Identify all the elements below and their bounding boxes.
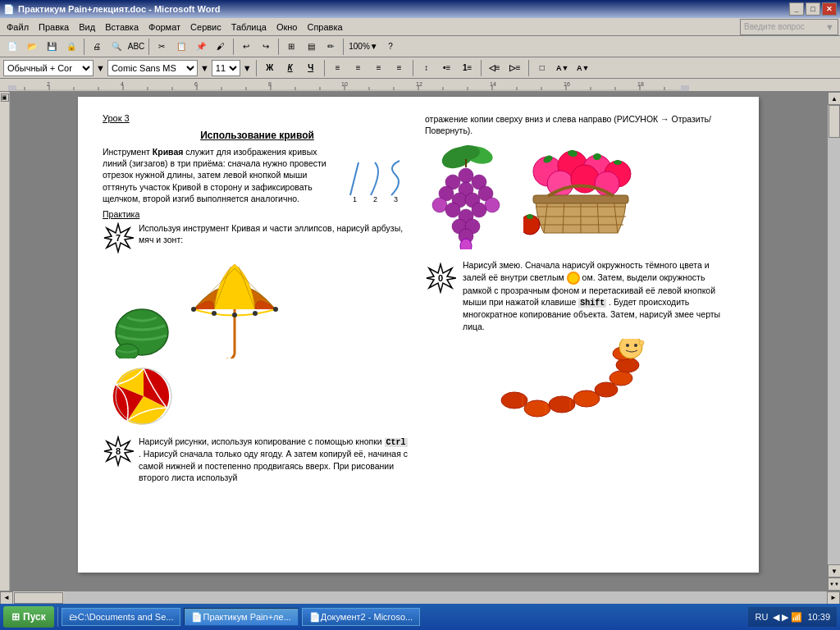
style-dropdown-icon[interactable]: ▼ bbox=[96, 63, 105, 73]
fmt-sep5 bbox=[528, 60, 529, 76]
hscroll-right-button[interactable]: ► bbox=[827, 591, 840, 605]
menu-table[interactable]: Таблица bbox=[226, 21, 272, 34]
size-select[interactable]: 11 bbox=[212, 60, 240, 76]
spell-button[interactable]: ABC bbox=[127, 39, 145, 55]
minimize-button[interactable]: _ bbox=[789, 2, 804, 16]
menu-window[interactable]: Окно bbox=[272, 21, 303, 34]
hscroll-track[interactable] bbox=[64, 591, 827, 605]
format-painter-button[interactable]: 🖌 bbox=[212, 39, 230, 55]
taskbar-item-word2[interactable]: 📄 Документ2 - Microso... bbox=[302, 608, 420, 626]
open-button[interactable]: 📂 bbox=[23, 39, 41, 55]
taskbar-item-explorer[interactable]: 🗁 C:\Documents and Se... bbox=[62, 608, 181, 626]
svg-text:7: 7 bbox=[116, 233, 121, 243]
style-select[interactable]: Обычный + Cor bbox=[3, 60, 94, 76]
svg-point-56 bbox=[253, 311, 258, 316]
svg-line-40 bbox=[350, 162, 358, 195]
menu-edit[interactable]: Правка bbox=[34, 21, 74, 34]
p8-text1: Нарисуй рисунки, используя копирование с… bbox=[139, 436, 382, 446]
line-spacing-button[interactable]: ↕ bbox=[418, 60, 436, 76]
permissions-button[interactable]: 🔒 bbox=[62, 39, 80, 55]
scroll-thumb[interactable] bbox=[829, 105, 840, 138]
vertical-scrollbar[interactable]: ▲ ▼ ▼▼ bbox=[827, 92, 840, 591]
svg-text:2: 2 bbox=[47, 81, 50, 87]
align-left-button[interactable]: ≡ bbox=[329, 60, 347, 76]
justify-button[interactable]: ≡ bbox=[390, 60, 409, 76]
new-button[interactable]: 📄 bbox=[3, 39, 21, 55]
size-dropdown-icon[interactable]: ▼ bbox=[243, 63, 252, 73]
menu-file[interactable]: Файл bbox=[2, 21, 34, 34]
watermelon-svg bbox=[111, 301, 172, 358]
starburst8-svg: 8 bbox=[103, 436, 134, 467]
cut-button[interactable]: ✂ bbox=[153, 39, 171, 55]
font-select[interactable]: Comic Sans MS bbox=[107, 60, 198, 76]
snake-image-area bbox=[425, 339, 734, 422]
practice7-row: 7 Используя инструмент Кривая и части эл… bbox=[103, 222, 412, 253]
copy-button[interactable]: 📋 bbox=[172, 39, 190, 55]
help-dropdown-icon[interactable]: ▼ bbox=[825, 22, 834, 32]
ball-area bbox=[111, 363, 412, 431]
font-color-button[interactable]: A▼ bbox=[574, 60, 592, 76]
hscroll-left-button[interactable]: ◄ bbox=[0, 591, 13, 605]
snake-svg bbox=[498, 339, 662, 421]
grapes-area bbox=[425, 143, 507, 251]
redo-button[interactable]: ↪ bbox=[257, 39, 275, 55]
app-icon: 📄 bbox=[3, 4, 15, 15]
menu-help[interactable]: Справка bbox=[302, 21, 347, 34]
menu-view[interactable]: Вид bbox=[74, 21, 100, 34]
help-search-box[interactable]: Введите вопрос ▼ bbox=[740, 19, 838, 35]
svg-rect-2 bbox=[681, 85, 689, 92]
close-button[interactable]: ✕ bbox=[822, 2, 837, 16]
curves-svg: 1 2 3 bbox=[346, 154, 412, 203]
highlight-button[interactable]: A▼ bbox=[554, 60, 572, 76]
print-preview-button[interactable]: 🔍 bbox=[107, 39, 126, 55]
bold-button[interactable]: Ж bbox=[261, 60, 279, 76]
scroll-track[interactable] bbox=[828, 105, 840, 564]
scroll-up-button[interactable]: ▲ bbox=[828, 92, 840, 105]
underline-button[interactable]: Ч bbox=[302, 60, 320, 76]
align-center-button[interactable]: ≡ bbox=[349, 60, 368, 76]
undo-button[interactable]: ↩ bbox=[237, 39, 255, 55]
snake-text-block: Нарисуй змею. Сначала нарисуй окружность… bbox=[463, 259, 734, 331]
menu-insert[interactable]: Вставка bbox=[100, 21, 144, 34]
table-button[interactable]: ⊞ bbox=[282, 39, 300, 55]
paste-button[interactable]: 📌 bbox=[192, 39, 210, 55]
svg-point-54 bbox=[212, 311, 217, 316]
drawing-button[interactable]: ✏ bbox=[322, 39, 340, 55]
starburst0: 0 bbox=[425, 262, 456, 294]
svg-point-93 bbox=[614, 160, 622, 165]
view-normal-icon[interactable]: ▣ bbox=[1, 94, 9, 102]
doc-two-col: Урок 3 Использование кривой Инструмент К… bbox=[103, 113, 734, 483]
taskbar-item-word1[interactable]: 📄 Практикум Pain+ле... bbox=[184, 608, 298, 626]
save-button[interactable]: 💾 bbox=[43, 39, 61, 55]
zoom-button[interactable]: 100%▼ bbox=[347, 39, 380, 55]
italic-button[interactable]: К bbox=[281, 60, 299, 76]
indent-decrease-button[interactable]: ◁≡ bbox=[486, 60, 504, 76]
lesson-title: Урок 3 bbox=[103, 113, 412, 123]
bullets-button[interactable]: •≡ bbox=[438, 60, 456, 76]
align-right-button[interactable]: ≡ bbox=[370, 60, 388, 76]
menu-format[interactable]: Формат bbox=[144, 21, 185, 34]
scroll-more-button[interactable]: ▼▼ bbox=[828, 578, 840, 591]
columns-button[interactable]: ▤ bbox=[302, 39, 320, 55]
hscroll-thumb[interactable] bbox=[14, 592, 63, 604]
svg-text:10: 10 bbox=[341, 81, 348, 87]
svg-text:18: 18 bbox=[637, 81, 644, 87]
menu-tools[interactable]: Сервис bbox=[185, 21, 226, 34]
practice7-text: Используя инструмент Кривая и части элли… bbox=[139, 222, 412, 245]
svg-text:4: 4 bbox=[121, 81, 124, 87]
curve-keyword: Кривая bbox=[153, 147, 184, 157]
outside-border-button[interactable]: □ bbox=[533, 60, 551, 76]
restore-button[interactable]: □ bbox=[806, 2, 820, 16]
watermelon-area bbox=[111, 301, 172, 360]
print-button[interactable]: 🖨 bbox=[88, 39, 106, 55]
help-button[interactable]: ? bbox=[381, 39, 399, 55]
scroll-down-button[interactable]: ▼ bbox=[828, 564, 840, 578]
ball-svg bbox=[111, 363, 176, 429]
horizontal-scrollbar[interactable]: ◄ ► bbox=[0, 591, 840, 604]
curves-illustration: 1 2 3 bbox=[346, 146, 412, 203]
numbering-button[interactable]: 1≡ bbox=[459, 60, 477, 76]
font-dropdown-icon[interactable]: ▼ bbox=[200, 63, 209, 73]
start-button[interactable]: ⊞ Пуск bbox=[3, 606, 54, 628]
indent-increase-button[interactable]: ▷≡ bbox=[506, 60, 524, 76]
sep3 bbox=[233, 39, 234, 55]
